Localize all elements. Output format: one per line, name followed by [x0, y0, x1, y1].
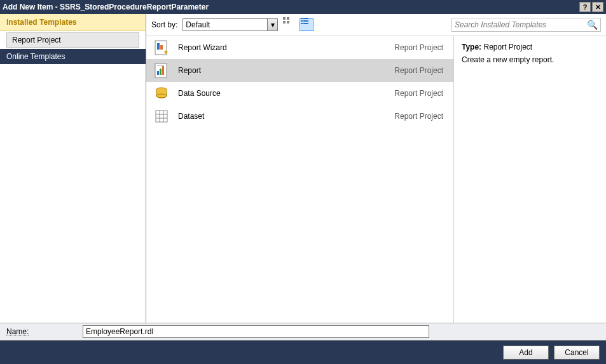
name-input[interactable] [83, 325, 429, 338]
svg-rect-15 [160, 69, 162, 75]
name-label: Name: [6, 327, 83, 336]
details-panel: Type: Report Project Create a new empty … [453, 36, 606, 323]
data-source-icon [153, 84, 170, 102]
details-type-row: Type: Report Project [462, 43, 598, 51]
titlebar: Add New Item - SSRS_StoredProcedureRepor… [0, 0, 606, 14]
svg-rect-5 [303, 18, 308, 19]
template-row-dataset[interactable]: Dataset Report Project [146, 105, 453, 128]
svg-rect-9 [303, 23, 308, 24]
search-input[interactable] [455, 20, 587, 29]
name-row: Name: [0, 323, 606, 340]
online-templates-header[interactable]: Online Templates [0, 49, 146, 64]
template-list: Report Wizard Report Project Report Repo… [146, 36, 453, 323]
template-category: Report Project [394, 112, 443, 121]
details-icon [300, 17, 313, 33]
svg-rect-6 [301, 20, 303, 22]
view-small-icons-button[interactable] [282, 18, 296, 31]
svg-rect-20 [156, 111, 167, 122]
svg-rect-2 [283, 21, 286, 24]
search-icon[interactable]: 🔍 [587, 20, 598, 30]
cancel-button[interactable]: Cancel [554, 346, 600, 360]
template-name: Data Source [178, 89, 394, 98]
report-wizard-icon [153, 39, 170, 57]
svg-rect-12 [160, 45, 163, 50]
window-title: Add New Item - SSRS_StoredProcedureRepor… [3, 3, 578, 11]
sort-by-value: Default [186, 20, 210, 29]
installed-templates-header[interactable]: Installed Templates [0, 14, 146, 31]
sidebar: Installed Templates Report Project Onlin… [0, 14, 146, 323]
svg-rect-1 [287, 17, 289, 20]
template-name: Dataset [178, 112, 394, 121]
svg-rect-8 [301, 23, 303, 24]
template-category: Report Project [394, 89, 443, 98]
main-area: Installed Templates Report Project Onlin… [0, 14, 606, 323]
template-category: Report Project [394, 66, 443, 75]
svg-rect-7 [303, 20, 308, 22]
close-button[interactable]: ✕ [592, 2, 603, 12]
svg-rect-4 [301, 18, 303, 19]
template-category: Report Project [394, 43, 443, 52]
center-panel: Sort by: Default ▾ 🔍 [146, 14, 606, 323]
chevron-down-icon: ▾ [267, 19, 277, 30]
report-icon [153, 62, 170, 79]
template-row-data-source[interactable]: Data Source Report Project [146, 82, 453, 105]
svg-rect-11 [157, 43, 160, 50]
svg-rect-3 [287, 21, 289, 24]
details-description: Create a new empty report. [462, 55, 598, 64]
footer: Add Cancel [0, 340, 606, 364]
template-row-report-wizard[interactable]: Report Wizard Report Project [146, 36, 453, 59]
search-box[interactable]: 🔍 [451, 18, 601, 32]
details-type-label: Type: [462, 43, 481, 51]
list-area: Report Wizard Report Project Report Repo… [146, 36, 606, 323]
sort-by-dropdown[interactable]: Default ▾ [182, 18, 278, 31]
template-name: Report [178, 66, 394, 75]
svg-rect-0 [283, 17, 286, 20]
dataset-icon [153, 107, 170, 125]
sidebar-item-label: Report Project [12, 36, 61, 44]
sort-by-label: Sort by: [151, 20, 177, 29]
toolbar: Sort by: Default ▾ 🔍 [146, 14, 606, 36]
add-button[interactable]: Add [503, 346, 549, 360]
small-icons-icon [282, 17, 295, 33]
template-name: Report Wizard [178, 43, 394, 52]
svg-rect-16 [162, 66, 164, 75]
template-row-report[interactable]: Report Report Project [146, 59, 453, 82]
sidebar-item-report-project[interactable]: Report Project [6, 32, 139, 48]
details-type-value: Report Project [483, 43, 532, 51]
help-button[interactable]: ? [579, 2, 591, 12]
svg-rect-17 [157, 65, 164, 65]
view-details-button[interactable] [300, 18, 313, 31]
svg-rect-14 [157, 71, 159, 75]
